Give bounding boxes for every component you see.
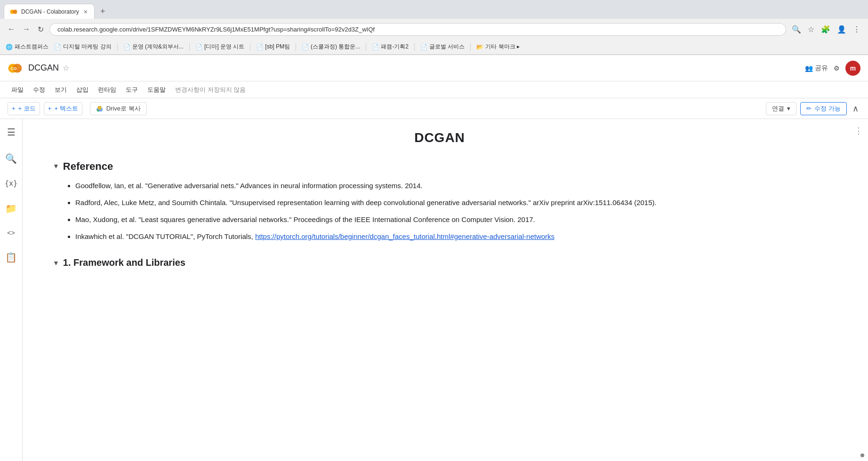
bookmark-favicon-4: 📄 bbox=[195, 44, 202, 50]
framework-section-title: 1. Framework and Libraries bbox=[63, 257, 185, 268]
bookmark-separator-2 bbox=[189, 43, 190, 51]
menu-view[interactable]: 보기 bbox=[51, 84, 71, 96]
sidebar-variables-icon[interactable]: {x} bbox=[1, 175, 21, 191]
bookmark-label-8: 글로벌 서비스 bbox=[429, 43, 465, 51]
address-input[interactable] bbox=[49, 23, 786, 36]
bookmark-separator-6 bbox=[414, 43, 415, 51]
left-sidebar: ☰ 🔍 {x} 📁 <> 📋 bbox=[0, 119, 23, 461]
bookmark-global[interactable]: 📄 글로벌 서비스 bbox=[420, 43, 465, 51]
bookmarks-bar: 🌐 패스트캠퍼스 📄 디지털 마케팅 강의 📄 운영 (계약&외부서... 📄 … bbox=[0, 40, 868, 55]
user-avatar[interactable]: m bbox=[845, 61, 860, 76]
ref-4-text: Inkawhich et al. "DCGAN TUTORIAL", PyTor… bbox=[75, 232, 255, 240]
reference-collapse-arrow[interactable]: ▼ bbox=[53, 162, 59, 170]
connect-button[interactable]: 연결 ▾ bbox=[766, 102, 796, 115]
settings-gear-icon: ⚙ bbox=[834, 64, 840, 72]
colab-main: ☰ 🔍 {x} 📁 <> 📋 DCGAN ▼ Reference Goodfel… bbox=[0, 119, 868, 461]
bookmark-school[interactable]: 📄 (스쿨과정) 통합운... bbox=[302, 43, 360, 51]
menu-help[interactable]: 도움말 bbox=[144, 84, 169, 96]
colab-toolbar: + + 코드 + + 텍스트 Drive로 복사 연결 ▾ bbox=[0, 98, 868, 119]
reload-button[interactable]: ↻ bbox=[36, 23, 46, 36]
tab-title: DCGAN - Colaboratory bbox=[21, 8, 79, 15]
colab-menu: 파일 수정 보기 삽입 런타임 도구 도움말 변경사항이 저장되지 않음 bbox=[0, 81, 868, 98]
bookmark-favicon-2: 📄 bbox=[54, 44, 61, 50]
browser-tab[interactable]: DCGAN - Colaboratory × bbox=[4, 4, 95, 19]
bookmark-icon[interactable]: ☆ bbox=[806, 23, 816, 36]
tab-close-button[interactable]: × bbox=[83, 8, 88, 16]
bookmark-favicon-3: 📄 bbox=[123, 44, 130, 50]
reference-item-4: Inkawhich et al. "DCGAN TUTORIAL", PyTor… bbox=[75, 231, 827, 242]
notebook-title: DCGAN bbox=[28, 63, 59, 73]
unsaved-status: 변경사항이 저장되지 않음 bbox=[175, 86, 246, 94]
bookmark-sb-pm[interactable]: 📄 [sb] PM팀 bbox=[256, 43, 290, 51]
toolbar-left: + + 코드 + + 텍스트 Drive로 복사 bbox=[8, 102, 147, 115]
share-people-icon: 👥 bbox=[805, 64, 813, 72]
svg-text:CO: CO bbox=[10, 66, 16, 71]
share-button[interactable]: 👥 공유 bbox=[805, 64, 828, 72]
star-button[interactable]: ☆ bbox=[63, 64, 69, 72]
back-button[interactable]: ← bbox=[6, 23, 17, 35]
settings-button[interactable]: ⚙ bbox=[834, 64, 840, 72]
collapse-panel-button[interactable]: ∧ bbox=[851, 102, 860, 116]
sidebar-search-icon[interactable]: 🔍 bbox=[1, 149, 21, 168]
reference-section-header: ▼ Reference bbox=[53, 160, 827, 173]
bookmark-separator-5 bbox=[366, 43, 366, 51]
bookmark-label-2: 디지털 마케팅 강의 bbox=[63, 43, 112, 51]
bookmark-label: 패스트캠퍼스 bbox=[15, 43, 48, 51]
add-code-button[interactable]: + + 코드 bbox=[8, 102, 40, 115]
bookmark-separator-4 bbox=[296, 43, 296, 51]
edit-mode-button[interactable]: ✏ 수정 가능 bbox=[800, 102, 847, 115]
bookmark-fastcampus[interactable]: 🌐 패스트캠퍼스 bbox=[6, 43, 48, 51]
ref-1-text: Goodfellow, Ian, et al. "Generative adve… bbox=[75, 182, 423, 190]
bookmark-separator-7 bbox=[470, 43, 471, 51]
bookmark-dima[interactable]: 📄 [디마] 운영 시트 bbox=[195, 43, 244, 51]
svg-point-1 bbox=[13, 9, 17, 14]
forward-button[interactable]: → bbox=[21, 23, 32, 35]
reference-list: Goodfellow, Ian, et al. "Generative adve… bbox=[53, 180, 827, 242]
drive-copy-button[interactable]: Drive로 복사 bbox=[90, 102, 147, 115]
profile-icon[interactable]: 👤 bbox=[835, 23, 848, 36]
cell-options-icon[interactable]: ⋮ bbox=[852, 123, 866, 139]
status-dot bbox=[860, 453, 864, 457]
bottom-bar bbox=[857, 450, 868, 461]
ref-4-link[interactable]: https://pytorch.org/tutorials/beginner/d… bbox=[255, 232, 555, 240]
reference-section-title: Reference bbox=[63, 160, 113, 173]
sidebar-toc-icon[interactable]: ☰ bbox=[3, 123, 19, 142]
bookmark-digital-marketing[interactable]: 📄 디지털 마케팅 강의 bbox=[54, 43, 112, 51]
chevron-down-icon: ▾ bbox=[787, 105, 790, 112]
framework-collapse-arrow[interactable]: ▼ bbox=[53, 259, 59, 267]
menu-tools[interactable]: 도구 bbox=[122, 84, 142, 96]
sidebar-files-icon[interactable]: 📁 bbox=[1, 199, 21, 218]
colab-header: CO DCGAN ☆ 👥 공유 ⚙ m bbox=[0, 55, 868, 81]
extensions-icon[interactable]: 🧩 bbox=[819, 23, 832, 36]
bookmark-separator-3 bbox=[250, 43, 250, 51]
bookmark-favicon: 🌐 bbox=[6, 44, 13, 50]
menu-edit[interactable]: 수정 bbox=[29, 84, 49, 96]
bookmark-favicon-5: 📄 bbox=[256, 44, 263, 50]
framework-section-header: ▼ 1. Framework and Libraries bbox=[53, 257, 827, 268]
reference-item-3: Mao, Xudong, et al. "Least squares gener… bbox=[75, 214, 827, 225]
sidebar-code-snippets-icon[interactable]: <> bbox=[3, 225, 18, 240]
bookmark-planning[interactable]: 📄 패캠-기획2 bbox=[372, 43, 409, 51]
address-bar: ← → ↻ 🔍 ☆ 🧩 👤 ⋮ bbox=[0, 19, 868, 40]
edit-pencil-icon: ✏ bbox=[806, 105, 812, 112]
search-icon[interactable]: 🔍 bbox=[790, 23, 803, 36]
menu-file[interactable]: 파일 bbox=[8, 84, 27, 96]
menu-runtime[interactable]: 런타임 bbox=[94, 84, 120, 96]
ref-2-text: Radford, Alec, Luke Metz, and Soumith Ch… bbox=[75, 199, 657, 207]
bookmark-ops[interactable]: 📄 운영 (계약&외부서... bbox=[123, 43, 184, 51]
bookmark-favicon-8: 📄 bbox=[420, 44, 427, 50]
bookmark-other[interactable]: 📂 기타 북마크 ▸ bbox=[476, 43, 520, 51]
more-icon[interactable]: ⋮ bbox=[851, 23, 862, 36]
sidebar-scratch-icon[interactable]: 📋 bbox=[1, 248, 21, 267]
bookmark-label-7: 패캠-기획2 bbox=[381, 43, 409, 51]
add-text-button[interactable]: + + 텍스트 bbox=[44, 102, 82, 115]
bookmark-favicon-9: 📂 bbox=[476, 44, 483, 50]
bookmark-favicon-6: 📄 bbox=[302, 44, 309, 50]
new-tab-button[interactable]: + bbox=[96, 5, 109, 18]
menu-insert[interactable]: 삽입 bbox=[72, 84, 92, 96]
reference-section: ▼ Reference Goodfellow, Ian, et al. "Gen… bbox=[53, 160, 827, 242]
colab-logo: CO bbox=[8, 61, 23, 76]
framework-section: ▼ 1. Framework and Libraries bbox=[53, 257, 827, 268]
header-actions: 👥 공유 ⚙ m bbox=[805, 61, 860, 76]
reference-item-2: Radford, Alec, Luke Metz, and Soumith Ch… bbox=[75, 197, 827, 208]
